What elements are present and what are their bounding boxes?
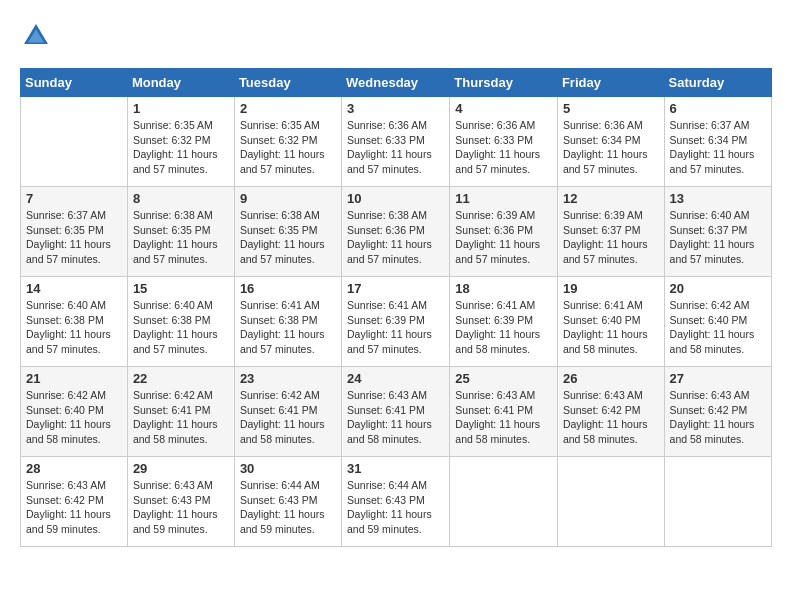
day-number: 3 bbox=[347, 101, 444, 116]
calendar-cell: 31Sunrise: 6:44 AM Sunset: 6:43 PM Dayli… bbox=[342, 457, 450, 547]
day-number: 31 bbox=[347, 461, 444, 476]
calendar-cell: 16Sunrise: 6:41 AM Sunset: 6:38 PM Dayli… bbox=[234, 277, 341, 367]
calendar-cell: 27Sunrise: 6:43 AM Sunset: 6:42 PM Dayli… bbox=[664, 367, 771, 457]
calendar-cell: 26Sunrise: 6:43 AM Sunset: 6:42 PM Dayli… bbox=[557, 367, 664, 457]
calendar-week-row: 28Sunrise: 6:43 AM Sunset: 6:42 PM Dayli… bbox=[21, 457, 772, 547]
day-detail: Sunrise: 6:41 AM Sunset: 6:38 PM Dayligh… bbox=[240, 298, 336, 357]
day-number: 25 bbox=[455, 371, 552, 386]
day-number: 13 bbox=[670, 191, 766, 206]
day-detail: Sunrise: 6:43 AM Sunset: 6:41 PM Dayligh… bbox=[455, 388, 552, 447]
day-detail: Sunrise: 6:43 AM Sunset: 6:42 PM Dayligh… bbox=[563, 388, 659, 447]
day-detail: Sunrise: 6:38 AM Sunset: 6:35 PM Dayligh… bbox=[133, 208, 229, 267]
day-number: 7 bbox=[26, 191, 122, 206]
day-number: 17 bbox=[347, 281, 444, 296]
calendar-cell bbox=[21, 97, 128, 187]
day-number: 22 bbox=[133, 371, 229, 386]
calendar-week-row: 1Sunrise: 6:35 AM Sunset: 6:32 PM Daylig… bbox=[21, 97, 772, 187]
day-number: 9 bbox=[240, 191, 336, 206]
calendar-cell: 5Sunrise: 6:36 AM Sunset: 6:34 PM Daylig… bbox=[557, 97, 664, 187]
calendar-cell: 19Sunrise: 6:41 AM Sunset: 6:40 PM Dayli… bbox=[557, 277, 664, 367]
day-detail: Sunrise: 6:43 AM Sunset: 6:42 PM Dayligh… bbox=[26, 478, 122, 537]
day-number: 21 bbox=[26, 371, 122, 386]
calendar-cell: 15Sunrise: 6:40 AM Sunset: 6:38 PM Dayli… bbox=[127, 277, 234, 367]
day-detail: Sunrise: 6:42 AM Sunset: 6:40 PM Dayligh… bbox=[670, 298, 766, 357]
calendar-cell: 3Sunrise: 6:36 AM Sunset: 6:33 PM Daylig… bbox=[342, 97, 450, 187]
calendar-cell: 4Sunrise: 6:36 AM Sunset: 6:33 PM Daylig… bbox=[450, 97, 558, 187]
day-detail: Sunrise: 6:43 AM Sunset: 6:41 PM Dayligh… bbox=[347, 388, 444, 447]
day-detail: Sunrise: 6:35 AM Sunset: 6:32 PM Dayligh… bbox=[240, 118, 336, 177]
day-detail: Sunrise: 6:44 AM Sunset: 6:43 PM Dayligh… bbox=[347, 478, 444, 537]
calendar-cell: 20Sunrise: 6:42 AM Sunset: 6:40 PM Dayli… bbox=[664, 277, 771, 367]
calendar-cell: 23Sunrise: 6:42 AM Sunset: 6:41 PM Dayli… bbox=[234, 367, 341, 457]
day-detail: Sunrise: 6:42 AM Sunset: 6:41 PM Dayligh… bbox=[240, 388, 336, 447]
day-detail: Sunrise: 6:35 AM Sunset: 6:32 PM Dayligh… bbox=[133, 118, 229, 177]
day-detail: Sunrise: 6:36 AM Sunset: 6:33 PM Dayligh… bbox=[347, 118, 444, 177]
day-detail: Sunrise: 6:44 AM Sunset: 6:43 PM Dayligh… bbox=[240, 478, 336, 537]
weekday-header: Saturday bbox=[664, 69, 771, 97]
weekday-header-row: SundayMondayTuesdayWednesdayThursdayFrid… bbox=[21, 69, 772, 97]
day-number: 16 bbox=[240, 281, 336, 296]
calendar-cell: 12Sunrise: 6:39 AM Sunset: 6:37 PM Dayli… bbox=[557, 187, 664, 277]
day-number: 11 bbox=[455, 191, 552, 206]
day-detail: Sunrise: 6:41 AM Sunset: 6:39 PM Dayligh… bbox=[347, 298, 444, 357]
calendar-week-row: 7Sunrise: 6:37 AM Sunset: 6:35 PM Daylig… bbox=[21, 187, 772, 277]
day-detail: Sunrise: 6:37 AM Sunset: 6:35 PM Dayligh… bbox=[26, 208, 122, 267]
calendar-cell: 11Sunrise: 6:39 AM Sunset: 6:36 PM Dayli… bbox=[450, 187, 558, 277]
day-number: 24 bbox=[347, 371, 444, 386]
calendar-cell: 7Sunrise: 6:37 AM Sunset: 6:35 PM Daylig… bbox=[21, 187, 128, 277]
day-detail: Sunrise: 6:39 AM Sunset: 6:36 PM Dayligh… bbox=[455, 208, 552, 267]
day-number: 19 bbox=[563, 281, 659, 296]
day-number: 20 bbox=[670, 281, 766, 296]
calendar-cell: 21Sunrise: 6:42 AM Sunset: 6:40 PM Dayli… bbox=[21, 367, 128, 457]
day-number: 1 bbox=[133, 101, 229, 116]
calendar-cell: 29Sunrise: 6:43 AM Sunset: 6:43 PM Dayli… bbox=[127, 457, 234, 547]
calendar-cell: 9Sunrise: 6:38 AM Sunset: 6:35 PM Daylig… bbox=[234, 187, 341, 277]
weekday-header: Friday bbox=[557, 69, 664, 97]
calendar-cell: 8Sunrise: 6:38 AM Sunset: 6:35 PM Daylig… bbox=[127, 187, 234, 277]
day-number: 30 bbox=[240, 461, 336, 476]
page-header bbox=[20, 20, 772, 52]
calendar-cell: 24Sunrise: 6:43 AM Sunset: 6:41 PM Dayli… bbox=[342, 367, 450, 457]
day-number: 10 bbox=[347, 191, 444, 206]
weekday-header: Monday bbox=[127, 69, 234, 97]
day-number: 6 bbox=[670, 101, 766, 116]
day-detail: Sunrise: 6:41 AM Sunset: 6:39 PM Dayligh… bbox=[455, 298, 552, 357]
calendar-cell bbox=[450, 457, 558, 547]
weekday-header: Tuesday bbox=[234, 69, 341, 97]
day-detail: Sunrise: 6:39 AM Sunset: 6:37 PM Dayligh… bbox=[563, 208, 659, 267]
day-detail: Sunrise: 6:40 AM Sunset: 6:37 PM Dayligh… bbox=[670, 208, 766, 267]
day-number: 4 bbox=[455, 101, 552, 116]
day-number: 27 bbox=[670, 371, 766, 386]
weekday-header: Wednesday bbox=[342, 69, 450, 97]
calendar-week-row: 14Sunrise: 6:40 AM Sunset: 6:38 PM Dayli… bbox=[21, 277, 772, 367]
day-detail: Sunrise: 6:37 AM Sunset: 6:34 PM Dayligh… bbox=[670, 118, 766, 177]
calendar-cell: 17Sunrise: 6:41 AM Sunset: 6:39 PM Dayli… bbox=[342, 277, 450, 367]
weekday-header: Sunday bbox=[21, 69, 128, 97]
day-detail: Sunrise: 6:36 AM Sunset: 6:33 PM Dayligh… bbox=[455, 118, 552, 177]
day-detail: Sunrise: 6:40 AM Sunset: 6:38 PM Dayligh… bbox=[133, 298, 229, 357]
day-detail: Sunrise: 6:40 AM Sunset: 6:38 PM Dayligh… bbox=[26, 298, 122, 357]
calendar-table: SundayMondayTuesdayWednesdayThursdayFrid… bbox=[20, 68, 772, 547]
calendar-cell: 2Sunrise: 6:35 AM Sunset: 6:32 PM Daylig… bbox=[234, 97, 341, 187]
day-number: 8 bbox=[133, 191, 229, 206]
calendar-cell: 22Sunrise: 6:42 AM Sunset: 6:41 PM Dayli… bbox=[127, 367, 234, 457]
day-detail: Sunrise: 6:43 AM Sunset: 6:42 PM Dayligh… bbox=[670, 388, 766, 447]
day-number: 23 bbox=[240, 371, 336, 386]
day-number: 15 bbox=[133, 281, 229, 296]
calendar-cell: 18Sunrise: 6:41 AM Sunset: 6:39 PM Dayli… bbox=[450, 277, 558, 367]
day-detail: Sunrise: 6:36 AM Sunset: 6:34 PM Dayligh… bbox=[563, 118, 659, 177]
day-number: 28 bbox=[26, 461, 122, 476]
calendar-cell: 13Sunrise: 6:40 AM Sunset: 6:37 PM Dayli… bbox=[664, 187, 771, 277]
day-detail: Sunrise: 6:42 AM Sunset: 6:40 PM Dayligh… bbox=[26, 388, 122, 447]
weekday-header: Thursday bbox=[450, 69, 558, 97]
day-number: 12 bbox=[563, 191, 659, 206]
calendar-cell: 25Sunrise: 6:43 AM Sunset: 6:41 PM Dayli… bbox=[450, 367, 558, 457]
calendar-cell: 28Sunrise: 6:43 AM Sunset: 6:42 PM Dayli… bbox=[21, 457, 128, 547]
day-number: 26 bbox=[563, 371, 659, 386]
calendar-cell: 30Sunrise: 6:44 AM Sunset: 6:43 PM Dayli… bbox=[234, 457, 341, 547]
logo bbox=[20, 20, 56, 52]
day-number: 2 bbox=[240, 101, 336, 116]
calendar-cell: 14Sunrise: 6:40 AM Sunset: 6:38 PM Dayli… bbox=[21, 277, 128, 367]
day-detail: Sunrise: 6:38 AM Sunset: 6:35 PM Dayligh… bbox=[240, 208, 336, 267]
day-detail: Sunrise: 6:41 AM Sunset: 6:40 PM Dayligh… bbox=[563, 298, 659, 357]
